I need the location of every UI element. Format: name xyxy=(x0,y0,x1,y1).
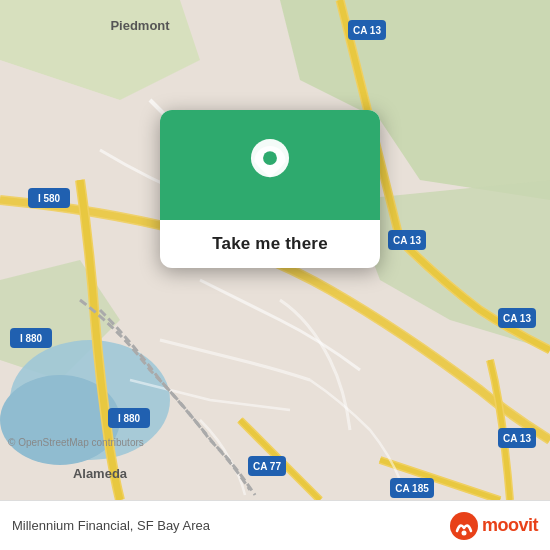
moovit-brand-text: moovit xyxy=(482,515,538,536)
location-info: Millennium Financial, SF Bay Area xyxy=(12,518,210,533)
svg-text:I 580: I 580 xyxy=(38,193,61,204)
svg-text:CA 13: CA 13 xyxy=(353,25,381,36)
svg-text:I 880: I 880 xyxy=(20,333,43,344)
svg-point-30 xyxy=(263,151,277,165)
svg-text:Piedmont: Piedmont xyxy=(110,18,170,33)
svg-text:CA 77: CA 77 xyxy=(253,461,281,472)
svg-text:I 880: I 880 xyxy=(118,413,141,424)
moovit-icon xyxy=(450,512,478,540)
moovit-logo: moovit xyxy=(450,512,538,540)
copyright-text: © OpenStreetMap contributors xyxy=(8,437,144,448)
svg-point-32 xyxy=(461,530,466,535)
bottom-bar: Millennium Financial, SF Bay Area moovit xyxy=(0,500,550,550)
svg-text:Alameda: Alameda xyxy=(73,466,128,481)
svg-text:CA 13: CA 13 xyxy=(503,313,531,324)
map-container: I 580 I 580 I 880 I 880 CA 13 CA 13 CA 1… xyxy=(0,0,550,500)
location-pin-icon xyxy=(244,139,296,191)
take-me-there-button[interactable]: Take me there xyxy=(160,220,380,268)
popup-header xyxy=(160,110,380,220)
svg-text:CA 13: CA 13 xyxy=(393,235,421,246)
svg-text:CA 13: CA 13 xyxy=(503,433,531,444)
location-popup: Take me there xyxy=(160,110,380,268)
svg-text:CA 185: CA 185 xyxy=(395,483,429,494)
